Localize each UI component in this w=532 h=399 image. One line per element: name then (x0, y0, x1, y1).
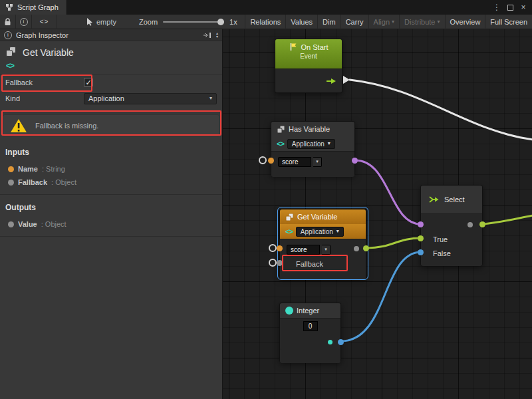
has-variable-name-dropdown[interactable]: ▾ (313, 157, 322, 167)
zoom-label: Zoom (139, 18, 158, 26)
fallback-label: Fallback (5, 78, 84, 86)
get-variable-kind-dropdown[interactable]: Application ▾ (296, 227, 344, 237)
wire-flow-white[interactable] (350, 80, 532, 140)
get-variable-name-dropdown[interactable]: ▾ (322, 245, 331, 255)
on-start-header[interactable]: On Start Event (275, 39, 342, 68)
get-variable-header[interactable]: Get Variable (280, 209, 366, 224)
values-button[interactable]: Values (285, 15, 317, 29)
zoom-slider-track[interactable] (163, 21, 224, 23)
kind-dropdown[interactable]: Application ▾ (84, 93, 217, 104)
variables-icon (5, 46, 17, 57)
lock-icon[interactable] (0, 15, 16, 29)
object-port-icon (8, 180, 14, 186)
script-graph-icon (5, 3, 13, 11)
node-title: On Start (301, 43, 329, 51)
selection-inner-dot (467, 222, 473, 227)
graph-inspector-panel: i Graph Inspector ▴▾ Get Variable <> Fal… (0, 29, 223, 399)
chevron-down-icon: ▾ (336, 229, 339, 234)
full-screen-button[interactable]: Full Screen (485, 15, 532, 29)
carry-button[interactable]: Carry (340, 15, 368, 29)
kind-label: Kind (5, 94, 84, 102)
get-variable-name-field[interactable]: score (287, 245, 320, 255)
zoom-slider[interactable] (163, 19, 224, 25)
condition-input-port[interactable] (418, 221, 424, 227)
node-title: Has Variable (289, 125, 330, 133)
on-start-node[interactable]: On Start Event (275, 39, 342, 93)
menu-icon[interactable]: ⋮ (491, 1, 503, 13)
integer-node[interactable]: Integer 0 (279, 303, 341, 362)
output-row-value: Value : Object (0, 217, 222, 231)
zoom-value: 1x (229, 18, 237, 26)
chevron-down-icon: ▾ (438, 19, 440, 25)
tab-label: Script Graph (17, 3, 59, 11)
value-output-port[interactable] (363, 245, 369, 251)
fallback-port-row: Fallback (287, 257, 359, 271)
kind-row: Kind Application ▾ (0, 90, 222, 106)
input-row-name: Name : String (0, 162, 222, 176)
tab-script-graph[interactable]: Script Graph (0, 0, 67, 15)
unconnected-port-ring[interactable] (269, 244, 277, 252)
close-icon[interactable]: × (517, 1, 529, 13)
outputs-header: Outputs (0, 195, 222, 217)
name-input-port[interactable] (277, 245, 283, 251)
maximize-icon[interactable] (504, 1, 516, 13)
inspector-toggle-button[interactable]: i (16, 15, 32, 29)
variables-icon (285, 213, 294, 221)
dock-icon[interactable] (203, 32, 211, 39)
unconnected-port-ring[interactable] (259, 156, 267, 164)
get-variable-node[interactable]: Get Variable <> Application ▾ score ▾ F (279, 209, 366, 278)
integer-header[interactable]: Integer (280, 303, 340, 318)
warning-box: Fallback is missing. (3, 114, 219, 137)
selection-output-port[interactable] (479, 221, 485, 227)
code-icon: <> (277, 140, 284, 148)
warning-text: Fallback is missing. (35, 122, 98, 130)
zoom-slider-handle[interactable] (217, 19, 224, 25)
check-icon: ✓ (85, 78, 91, 87)
has-variable-node[interactable]: Has Variable <> Application ▾ score ▾ (271, 121, 355, 176)
info-icon: i (4, 31, 12, 39)
graph-canvas[interactable]: On Start Event Has Variable <> (223, 29, 532, 399)
distribute-button[interactable]: Distribute▾ (399, 15, 444, 29)
flow-output-port[interactable] (343, 76, 350, 84)
dim-button[interactable]: Dim (317, 15, 340, 29)
fallback-input-port[interactable] (277, 260, 283, 266)
code-icon: <> (285, 227, 293, 235)
node-title: Select (444, 196, 465, 203)
overview-button[interactable]: Overview (445, 15, 485, 29)
wire-output-green[interactable] (483, 215, 532, 224)
fallback-row: Fallback ✓ (0, 74, 222, 90)
toolbar: i <> empty Zoom 1x Relations Values Dim … (0, 15, 532, 29)
has-variable-name-field[interactable]: score (278, 157, 311, 167)
select-header[interactable]: Select (421, 186, 482, 213)
code-icon: <> (6, 61, 14, 70)
select-node[interactable]: Select True False (420, 185, 483, 266)
inputs-header: Inputs (0, 140, 222, 162)
expander-icon[interactable]: ▴▾ (216, 32, 218, 39)
bool-output-port[interactable] (352, 158, 358, 164)
relations-button[interactable]: Relations (245, 15, 285, 29)
has-variable-header[interactable]: Has Variable (271, 122, 354, 136)
flow-arrow-icon (326, 78, 336, 84)
wire-value-green[interactable] (366, 238, 421, 248)
chevron-down-icon: ▾ (392, 19, 394, 25)
false-input-port[interactable] (418, 249, 424, 255)
script-graph-window: Script Graph ⋮ × i <> empty Zoom 1x Rela… (0, 0, 532, 399)
name-input-port[interactable] (268, 158, 274, 164)
integer-value-field[interactable]: 0 (303, 321, 318, 331)
value-inner-dot (354, 246, 359, 251)
input-row-fallback: Fallback : Object (0, 176, 222, 189)
chevron-down-icon: ▾ (328, 141, 331, 146)
has-variable-kind-dropdown[interactable]: Application ▾ (287, 139, 335, 149)
true-input-port[interactable] (418, 235, 424, 241)
inspected-node-header: Get Variable <> (0, 41, 222, 74)
int-output-port[interactable] (338, 339, 344, 345)
align-button[interactable]: Align▾ (368, 15, 399, 29)
code-view-button[interactable]: <> (32, 15, 57, 29)
warning-icon (10, 118, 27, 133)
false-row: False (428, 246, 475, 260)
divider (0, 236, 222, 237)
unconnected-port-ring[interactable] (269, 259, 277, 267)
fallback-checkbox[interactable]: ✓ (84, 78, 93, 87)
info-icon: i (20, 18, 28, 26)
chevron-down-icon: ▾ (209, 96, 212, 101)
